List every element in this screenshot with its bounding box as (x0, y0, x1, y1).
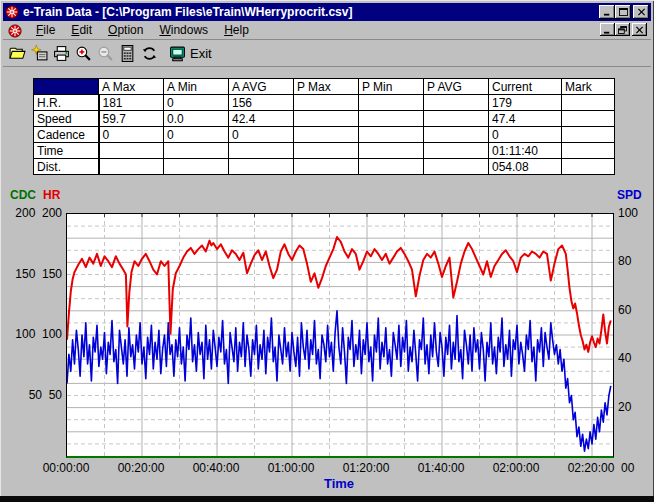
print-button[interactable] (51, 43, 72, 64)
table-cell (294, 159, 359, 175)
spd-axis-legend: SPD (617, 188, 642, 202)
window-title: e-Train Data - [C:\Program Files\eTrain\… (23, 3, 352, 21)
table-row-label: H.R. (34, 95, 99, 111)
table-cell (562, 143, 615, 159)
printer-icon (53, 45, 70, 62)
table-cell (229, 159, 294, 175)
y-right-tick-label: 40 (618, 351, 648, 365)
open-button[interactable] (7, 43, 28, 64)
menu-item-option[interactable]: Option (100, 22, 151, 39)
table-cell (359, 159, 424, 175)
table-col-header: A Min (164, 79, 229, 95)
document-logo-icon[interactable] (8, 24, 22, 38)
table-row-label: Time (34, 143, 99, 159)
table-row: Time01:11:40 (34, 143, 615, 159)
table-row: Speed59.70.042.447.4 (34, 111, 615, 127)
table-cell: 0 (229, 127, 294, 143)
table-cell: 0 (164, 95, 229, 111)
menu-item-edit[interactable]: Edit (63, 22, 100, 39)
refresh-button[interactable] (139, 43, 160, 64)
table-cell (562, 95, 615, 111)
table-cell (359, 111, 424, 127)
y-left-tick-label: 100 100 (2, 327, 62, 341)
app-window: e-Train Data - [C:\Program Files\eTrain\… (0, 0, 654, 502)
exit-button-label: Exit (190, 46, 212, 61)
calculator-icon (119, 45, 136, 62)
app-logo-icon (5, 5, 19, 19)
table-col-header: P Max (294, 79, 359, 95)
table-cell (229, 143, 294, 159)
table-cell: 0 (164, 127, 229, 143)
mdi-close-button[interactable] (632, 23, 647, 36)
y-left-tick-label: 150 150 (2, 267, 62, 281)
menu-item-windows[interactable]: Windows (151, 22, 216, 39)
x-tick-label: 00:20:00 (114, 461, 168, 475)
table-cell (99, 143, 164, 159)
zoom-in-button[interactable] (73, 43, 94, 64)
table-row: Dist.054.08 (34, 159, 615, 175)
exit-icon (169, 45, 186, 62)
close-button[interactable] (633, 5, 649, 19)
table-cell (164, 159, 229, 175)
maximize-button[interactable] (615, 5, 631, 19)
table-cell: 0 (99, 127, 164, 143)
table-cell: 0.0 (164, 111, 229, 127)
table-cell (424, 127, 489, 143)
mdi-minimize-button[interactable] (600, 23, 615, 36)
table-cell: 42.4 (229, 111, 294, 127)
window-bottom-edge (0, 496, 654, 502)
y-left-tick-label: 50 50 (2, 388, 62, 402)
table-cell: 0 (489, 127, 562, 143)
table-cell (99, 159, 164, 175)
table-col-header: A Max (99, 79, 164, 95)
calculator-button[interactable] (117, 43, 138, 64)
exit-button[interactable]: Exit (169, 45, 212, 62)
table-cell (562, 159, 615, 175)
x-tick-label: 01:20:00 (339, 461, 393, 475)
table-cell (359, 143, 424, 159)
title-bar: e-Train Data - [C:\Program Files\eTrain\… (3, 3, 651, 21)
x-tick-label: 01:40:00 (414, 461, 468, 475)
new-button[interactable] (29, 43, 50, 64)
y-left-tick-label: 200 200 (2, 206, 62, 220)
hr-axis-legend: HR (43, 188, 60, 202)
mdi-restore-button[interactable] (615, 23, 630, 36)
table-row: Cadence0000 (34, 127, 615, 143)
table-row-label: Cadence (34, 127, 99, 143)
x-tick-label: 00:00:00 (39, 461, 93, 475)
minimize-button[interactable] (599, 5, 615, 19)
y-right-tick-label: 60 (618, 303, 648, 317)
y-right-tick-label: 100 (618, 206, 648, 220)
table-cell: 179 (489, 95, 562, 111)
stats-table: A MaxA MinA AVGP MaxP MinP AVGCurrentMar… (33, 78, 615, 175)
zoom-in-icon (75, 45, 92, 62)
table-row-label: Speed (34, 111, 99, 127)
plot-canvas (67, 214, 613, 456)
x-tick-label: 01:00:00 (264, 461, 318, 475)
x-tick-label: 02:20:00 (564, 461, 618, 475)
new-flash-icon (31, 45, 48, 62)
table-cell: 01:11:40 (489, 143, 562, 159)
plot-area (66, 213, 614, 458)
table-cell (294, 111, 359, 127)
x-tick-label: 00:40:00 (189, 461, 243, 475)
table-corner-cell (34, 79, 99, 95)
chart-area: CDC HR SPD Time 200 200150 150100 10050 … (0, 188, 654, 496)
menu-item-help[interactable]: Help (216, 22, 257, 39)
table-cell: 181 (99, 95, 164, 111)
table-col-header: P Min (359, 79, 424, 95)
x-tick-label: 02:00:00 (489, 461, 543, 475)
zoom-out-icon (97, 45, 114, 62)
y-right-tick-label: 20 (618, 400, 648, 414)
toolbar: Exit (3, 40, 651, 67)
series-spd (67, 311, 611, 451)
table-cell (294, 127, 359, 143)
menu-item-file[interactable]: File (28, 22, 63, 39)
table-cell (424, 95, 489, 111)
table-cell (294, 143, 359, 159)
table-cell (562, 111, 615, 127)
table-col-header: A AVG (229, 79, 294, 95)
table-cell (164, 143, 229, 159)
zoom-out-button[interactable] (95, 43, 116, 64)
cdc-axis-legend: CDC (10, 188, 36, 202)
